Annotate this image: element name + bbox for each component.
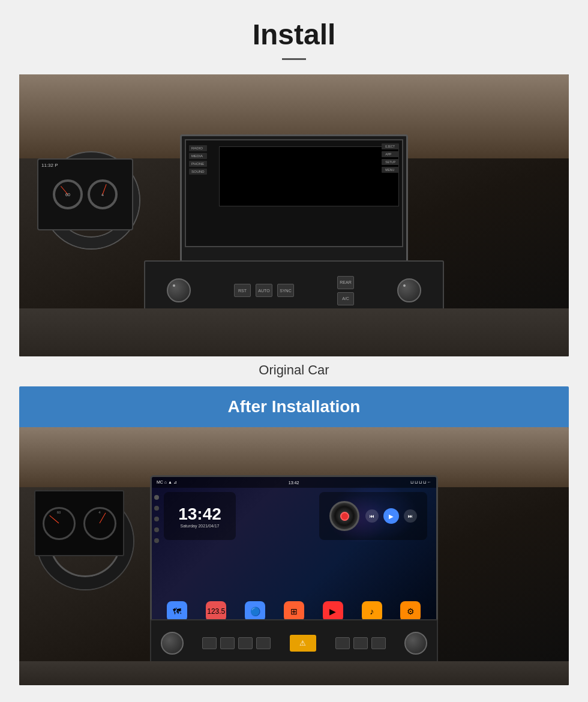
hvac-btn-rest: RST [234,284,251,297]
page-title: Install [253,18,336,51]
app-btn: APP [382,151,399,157]
after-hvac-3 [238,637,253,649]
hu-left-buttons: RADIO MEDIA PHONE SOUND [189,145,207,175]
dash-floor [19,308,569,356]
phone-btn: PHONE [189,161,207,167]
tachometer-needle [103,184,107,194]
vinyl-record [329,501,359,531]
sound-btn: SOUND [189,169,207,175]
android-screen: MC ⌂ ▲ ⊿ 13:42 ⊔ ⊔ ⊔ ⊔ ← [152,477,436,641]
rear-btn: REAR [337,276,354,289]
prev-track-btn[interactable]: ⏮ [365,509,379,523]
after-hvac-7 [371,637,386,649]
after-hvac-4 [256,637,271,649]
gauge-inner: 60 4 [38,160,132,229]
android-clock: 13:42 [178,505,221,524]
after-speed-needle [49,515,59,524]
after-bottom-dash [19,661,569,685]
speedometer-needle [61,186,68,194]
apps-icon: ⊞ [284,601,304,622]
hvac-btn-auto: AUTO [256,284,272,297]
after-speedometer: 60 [43,507,76,540]
title-divider [282,58,306,60]
climate-knob-right [397,278,421,302]
play-pause-btn[interactable]: ▶ [383,508,399,524]
music-icon: ♪ [362,601,382,622]
original-car-image-container: VW 11:32 P 60 4 [19,74,569,356]
after-installation-label: After Installation [228,397,361,416]
tachometer: 4 [88,179,118,209]
climate-knob-left [167,278,191,302]
after-dashboard: VW 60 4 [19,427,569,685]
after-tach-scale: 4 [98,511,100,514]
after-hvac-6 [353,637,368,649]
after-cluster: 60 4 [34,490,124,556]
nav-dot-3 [154,517,159,521]
radio-icon: 123.5 [206,601,226,622]
android-media-player: ⏮ ▶ ⏭ [319,492,427,540]
video-icon: ▶ [323,601,343,622]
original-dashboard: VW 11:32 P 60 4 [19,74,569,356]
after-hvac-2 [220,637,235,649]
nav-dot-1 [154,495,159,500]
next-track-btn[interactable]: ⏭ [404,509,417,523]
after-climate-btns [202,637,271,649]
android-head-unit: MC ⌂ ▲ ⊿ 13:42 ⊔ ⊔ ⊔ ⊔ ← [150,475,438,643]
android-time-widget: 13:42 Saturday 2021/04/17 [164,492,236,540]
setup-btn: SETUP [382,159,399,165]
hu-unit: RADIO MEDIA PHONE SOUND EJECT APP SETUP … [185,139,403,247]
after-installation-image-container: VW 60 4 [19,427,569,685]
status-bar-time: 13:42 [289,481,299,485]
climate-center-buttons: RST AUTO SYNC [234,284,294,297]
cluster-time: 11:32 P [41,163,58,168]
media-buttons-row: ⏮ ▶ ⏭ [365,508,417,524]
menu-btn: MENU [382,167,399,173]
original-car-label: Original Car [259,362,329,377]
page-wrapper: Install VW 11:32 P 60 [0,0,588,702]
instrument-cluster: 11:32 P 60 4 [37,158,133,230]
original-screen [219,146,399,206]
settings-icon: ⚙ [400,601,421,622]
status-bar-right: ⊔ ⊔ ⊔ ⊔ ← [410,480,431,485]
after-gauges: 60 4 [35,491,123,555]
after-installation-photo: VW 60 4 [19,427,569,685]
nav-dot-4 [154,527,159,532]
speedometer: 60 [53,179,83,209]
ac-btn: A/C [337,292,354,305]
after-hvac-1 [202,637,217,649]
media-btn: MEDIA [189,153,207,159]
android-date: Saturday 2021/04/17 [181,524,220,528]
after-climate-controls: ⚠ [150,619,438,667]
nav-dot-5 [154,538,159,543]
after-tachometer: 4 [83,507,116,540]
bluetooth-icon: 🔵 [245,601,265,622]
after-installation-banner: After Installation [19,386,569,427]
eject-btn: EJECT [382,143,399,149]
hu-right-buttons: EJECT APP SETUP MENU [382,143,399,173]
after-climate-btns-2 [335,637,386,649]
after-speed-scale: 60 [57,511,61,514]
after-hazard-btn: ⚠ [290,635,316,652]
original-car-photo: VW 11:32 P 60 4 [19,74,569,356]
after-knob-left [161,632,184,655]
radio-btn: RADIO [189,145,207,151]
android-left-nav [154,489,159,543]
status-bar-left: MC ⌂ ▲ ⊿ [157,480,177,485]
original-car-label-wrap: Original Car [19,362,569,378]
navigation-icon: 🗺 [167,601,187,622]
nav-dot-2 [154,506,159,511]
media-controls: ⏮ ▶ ⏭ [365,508,417,524]
hvac-btn-sync: SYNC [277,284,294,297]
android-status-bar: MC ⌂ ▲ ⊿ 13:42 ⊔ ⊔ ⊔ ⊔ ← [152,477,436,488]
climate-right-buttons: REAR A/C [337,276,354,305]
vinyl-inner [340,512,349,521]
after-hvac-5 [335,637,350,649]
after-knob-right [404,632,427,655]
after-tach-needle [100,512,106,523]
